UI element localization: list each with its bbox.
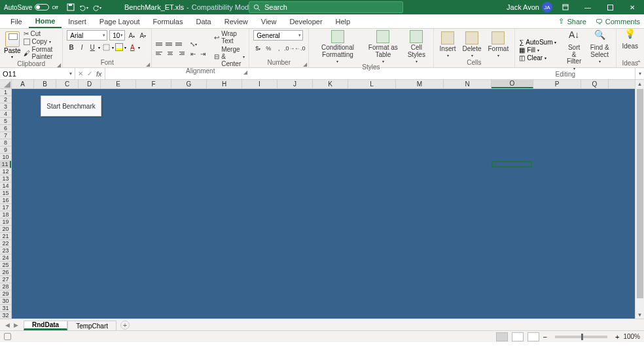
wrap-text-button[interactable]: ↩Wrap Text: [214, 30, 245, 44]
tab-data[interactable]: Data: [189, 14, 217, 28]
column-header-E[interactable]: E: [101, 80, 136, 88]
expand-formula-bar-button[interactable]: ▾: [635, 68, 644, 79]
row-header-28[interactable]: 28: [0, 283, 11, 290]
percent-format-button[interactable]: %: [264, 44, 273, 53]
row-header-18[interactable]: 18: [0, 211, 11, 218]
align-bottom-button[interactable]: [175, 40, 185, 48]
new-sheet-button[interactable]: +: [120, 321, 130, 330]
scroll-down-button[interactable]: ▼: [635, 311, 644, 319]
zoom-level[interactable]: 100%: [623, 333, 640, 340]
ideas-button[interactable]: 💡Ideas: [620, 29, 640, 50]
align-middle-button[interactable]: [166, 40, 175, 48]
zoom-out-button[interactable]: −: [543, 333, 547, 341]
cell-styles-button[interactable]: Cell Styles▾: [404, 30, 429, 63]
column-header-B[interactable]: B: [34, 80, 56, 88]
insert-cells-button[interactable]: Insert▾: [438, 31, 458, 58]
fill-color-button[interactable]: [115, 43, 123, 51]
redo-icon[interactable]: ▾: [92, 3, 101, 12]
select-all-button[interactable]: [0, 80, 11, 89]
row-header-26[interactable]: 26: [0, 269, 11, 276]
increase-font-button[interactable]: A▴: [127, 31, 136, 40]
autosave-toggle[interactable]: AutoSave Off: [0, 4, 62, 11]
tab-view[interactable]: View: [255, 14, 283, 28]
row-header-8[interactable]: 8: [0, 139, 11, 147]
search-box[interactable]: Search: [249, 1, 403, 13]
find-select-button[interactable]: 🔍Find & Select▾: [588, 30, 612, 71]
row-header-1[interactable]: 1: [0, 89, 11, 96]
column-header-F[interactable]: F: [136, 80, 171, 88]
clipboard-dialog-launcher[interactable]: ◢: [57, 62, 61, 68]
macro-record-button[interactable]: [4, 333, 11, 340]
row-header-30[interactable]: 30: [0, 298, 11, 305]
column-header-N[interactable]: N: [444, 80, 492, 88]
sheet-tab-tempchart[interactable]: TempChart: [67, 321, 116, 330]
row-header-23[interactable]: 23: [0, 247, 11, 254]
bold-button[interactable]: B: [67, 43, 76, 52]
format-cells-button[interactable]: Format▾: [486, 31, 511, 58]
column-header-H[interactable]: H: [207, 80, 242, 88]
autosum-button[interactable]: ∑AutoSum ▾: [519, 39, 556, 46]
row-header-4[interactable]: 4: [0, 111, 11, 118]
row-header-2[interactable]: 2: [0, 96, 11, 103]
comments-button[interactable]: 🗨Comments: [596, 18, 640, 26]
number-format-select[interactable]: General: [253, 30, 303, 41]
sort-filter-button[interactable]: A↓Sort & Filter▾: [563, 30, 584, 71]
row-header-17[interactable]: 17: [0, 204, 11, 211]
scroll-thumb[interactable]: [637, 89, 643, 298]
row-header-19[interactable]: 19: [0, 218, 11, 226]
sheet-tab-rnddata[interactable]: RndData: [24, 321, 67, 330]
underline-button[interactable]: U: [88, 43, 97, 52]
row-header-11[interactable]: 11: [0, 161, 11, 168]
number-dialog-launcher[interactable]: ◢: [303, 61, 307, 67]
tab-home[interactable]: Home: [29, 14, 62, 28]
decrease-indent-button[interactable]: ⇤: [188, 49, 198, 58]
start-benchmark-button[interactable]: Start Benchmark: [41, 96, 101, 116]
alignment-dialog-launcher[interactable]: ◢: [243, 69, 247, 75]
row-header-21[interactable]: 21: [0, 233, 11, 240]
column-header-Q[interactable]: Q: [581, 80, 609, 88]
column-header-D[interactable]: D: [79, 80, 101, 88]
save-icon[interactable]: [66, 3, 75, 12]
zoom-in-button[interactable]: +: [615, 333, 619, 341]
row-header-20[interactable]: 20: [0, 226, 11, 233]
name-box[interactable]: O11: [0, 68, 75, 79]
scroll-up-button[interactable]: ▲: [635, 80, 644, 88]
enter-formula-button[interactable]: ✓: [87, 70, 92, 77]
row-header-32[interactable]: 32: [0, 312, 11, 319]
accounting-format-button[interactable]: $▾: [253, 44, 262, 53]
font-size-select[interactable]: 10: [109, 30, 125, 41]
row-header-29[interactable]: 29: [0, 290, 11, 298]
delete-cells-button[interactable]: Delete▾: [461, 31, 484, 58]
column-header-K[interactable]: K: [313, 80, 348, 88]
tab-file[interactable]: File: [4, 14, 29, 28]
column-header-C[interactable]: C: [56, 80, 79, 88]
filename[interactable]: BenchMark_ET.xls: [124, 3, 184, 11]
format-painter-button[interactable]: 🖌Format Painter: [24, 46, 59, 60]
zoom-slider[interactable]: [555, 336, 607, 338]
borders-button[interactable]: [101, 43, 111, 52]
align-left-button[interactable]: [156, 49, 165, 58]
sheet-nav-prev[interactable]: ◀: [5, 322, 10, 328]
row-header-16[interactable]: 16: [0, 197, 11, 204]
sheet-nav-next[interactable]: ▶: [14, 322, 18, 328]
decrease-font-button[interactable]: A▾: [138, 31, 147, 40]
tab-developer[interactable]: Developer: [283, 14, 329, 28]
row-header-14[interactable]: 14: [0, 183, 11, 190]
row-header-24[interactable]: 24: [0, 254, 11, 262]
italic-button[interactable]: I: [77, 43, 86, 52]
paste-button[interactable]: Paste ▾: [4, 31, 21, 59]
row-header-3[interactable]: 3: [0, 103, 11, 111]
undo-icon[interactable]: ▾: [79, 3, 88, 12]
comma-format-button[interactable]: ,: [274, 44, 283, 53]
row-header-15[interactable]: 15: [0, 190, 11, 197]
row-header-13[interactable]: 13: [0, 175, 11, 183]
share-button[interactable]: ⇪Share: [558, 17, 586, 26]
font-dialog-launcher[interactable]: ◢: [146, 61, 150, 67]
clear-button[interactable]: ◫Clear ▾: [519, 54, 556, 61]
page-break-view-button[interactable]: [528, 332, 539, 341]
horizontal-scroll-area[interactable]: [130, 319, 644, 330]
vertical-scrollbar[interactable]: ▲ ▼: [635, 80, 644, 319]
tab-insert[interactable]: Insert: [62, 14, 93, 28]
column-header-J[interactable]: J: [277, 80, 313, 88]
tab-review[interactable]: Review: [218, 14, 255, 28]
